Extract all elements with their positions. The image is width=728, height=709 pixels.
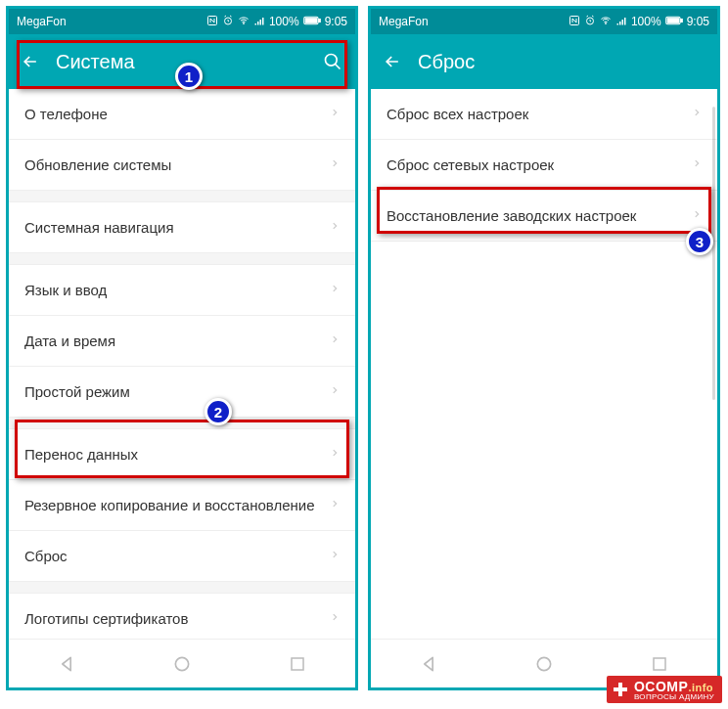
row-label: Сброс сетевых настроек xyxy=(387,155,684,175)
svg-point-6 xyxy=(326,55,338,66)
scrollbar[interactable] xyxy=(712,107,715,400)
nav-bar xyxy=(9,639,355,687)
svg-point-15 xyxy=(537,657,550,670)
chevron-right-icon xyxy=(330,497,340,513)
row-label: Сброс xyxy=(24,547,322,566)
clock-text: 9:05 xyxy=(687,15,709,28)
row-label: Обновление системы xyxy=(24,155,322,175)
search-button[interactable] xyxy=(322,51,343,72)
chevron-right-icon xyxy=(330,219,340,236)
wifi-icon xyxy=(238,15,250,29)
row-cert-logos[interactable]: Логотипы сертификатов xyxy=(9,594,355,639)
status-right: 100% 9:05 xyxy=(569,15,709,29)
row-system-navigation[interactable]: Системная навигация xyxy=(9,202,355,253)
row-label: Сброс всех настроек xyxy=(387,105,684,124)
carrier-label: MegaFon xyxy=(379,15,429,28)
alarm-icon xyxy=(222,15,234,29)
battery-icon xyxy=(665,15,683,28)
section-gap xyxy=(9,191,355,202)
row-system-update[interactable]: Обновление системы xyxy=(9,140,355,191)
row-reset-network[interactable]: Сброс сетевых настроек xyxy=(371,140,717,191)
row-label: Перенос данных xyxy=(24,445,322,465)
nfc-icon xyxy=(569,15,580,29)
chevron-right-icon xyxy=(330,106,340,122)
svg-rect-4 xyxy=(318,20,320,22)
app-header: Система xyxy=(9,34,355,89)
svg-point-7 xyxy=(175,657,188,670)
row-language-input[interactable]: Язык и ввод xyxy=(9,265,355,316)
nav-recent[interactable] xyxy=(646,650,673,678)
row-backup-restore[interactable]: Резервное копирование и восстановление xyxy=(9,480,355,531)
svg-rect-14 xyxy=(667,19,678,23)
status-bar: MegaFon 100% 9:05 xyxy=(371,9,717,34)
page-title: Сброс xyxy=(418,51,705,73)
signal-icon xyxy=(253,15,265,29)
phone-right: MegaFon 100% 9:05 xyxy=(368,6,720,690)
row-label: О телефоне xyxy=(24,105,322,124)
row-label: Восстановление заводских настроек xyxy=(387,206,684,226)
clock-text: 9:05 xyxy=(325,15,347,28)
svg-rect-5 xyxy=(305,19,316,23)
status-bar: MegaFon 100% 9:05 xyxy=(9,9,355,34)
row-reset-all[interactable]: Сброс всех настроек xyxy=(371,89,717,140)
nav-home[interactable] xyxy=(168,650,196,678)
chevron-right-icon xyxy=(330,446,340,463)
row-about-phone[interactable]: О телефоне xyxy=(9,89,355,140)
section-gap xyxy=(9,418,355,429)
app-header: Сброс xyxy=(371,34,717,89)
svg-rect-13 xyxy=(680,20,682,22)
battery-icon xyxy=(303,15,321,28)
row-date-time[interactable]: Дата и время xyxy=(9,316,355,367)
row-factory-reset[interactable]: Восстановление заводских настроек xyxy=(371,191,717,242)
page-title: Система xyxy=(56,51,306,73)
battery-text: 100% xyxy=(631,15,661,28)
chevron-right-icon xyxy=(692,106,702,122)
chevron-right-icon xyxy=(692,156,702,173)
carrier-label: MegaFon xyxy=(17,15,67,28)
svg-point-11 xyxy=(605,22,606,23)
row-label: Язык и ввод xyxy=(24,281,322,300)
row-label: Дата и время xyxy=(24,332,322,351)
settings-list: О телефоне Обновление системы Системная … xyxy=(9,89,355,639)
nfc-icon xyxy=(206,15,218,29)
chevron-right-icon xyxy=(330,548,340,564)
row-simple-mode[interactable]: Простой режим xyxy=(9,367,355,418)
alarm-icon xyxy=(584,15,596,29)
battery-text: 100% xyxy=(269,15,299,28)
chevron-right-icon xyxy=(330,332,340,349)
nav-recent[interactable] xyxy=(284,650,311,678)
phone-left: MegaFon 100% 9:05 xyxy=(6,6,358,690)
watermark: OCOMP.info ВОПРОСЫ АДМИНУ xyxy=(607,676,722,703)
chevron-right-icon xyxy=(692,207,702,224)
row-reset[interactable]: Сброс xyxy=(9,531,355,582)
nav-home[interactable] xyxy=(530,650,558,678)
nav-back[interactable] xyxy=(415,650,442,678)
plus-icon xyxy=(611,680,630,699)
chevron-right-icon xyxy=(330,383,340,400)
chevron-right-icon xyxy=(330,156,340,173)
wifi-icon xyxy=(600,15,612,29)
signal-icon xyxy=(615,15,627,29)
section-gap xyxy=(9,253,355,265)
chevron-right-icon xyxy=(330,610,340,627)
settings-list: Сброс всех настроек Сброс сетевых настро… xyxy=(371,89,717,639)
row-label: Простой режим xyxy=(24,382,322,402)
section-gap xyxy=(9,582,355,594)
row-data-transfer[interactable]: Перенос данных xyxy=(9,429,355,480)
status-right: 100% 9:05 xyxy=(206,15,347,29)
nav-back[interactable] xyxy=(53,650,80,678)
back-button[interactable] xyxy=(21,52,40,71)
row-label: Резервное копирование и восстановление xyxy=(24,496,322,515)
chevron-right-icon xyxy=(330,282,340,298)
svg-point-2 xyxy=(243,22,244,23)
svg-rect-16 xyxy=(654,658,665,670)
row-label: Логотипы сертификатов xyxy=(24,609,322,629)
svg-rect-8 xyxy=(292,658,303,670)
back-button[interactable] xyxy=(383,52,402,71)
row-label: Системная навигация xyxy=(24,218,322,238)
watermark-sub: ВОПРОСЫ АДМИНУ xyxy=(634,693,714,701)
